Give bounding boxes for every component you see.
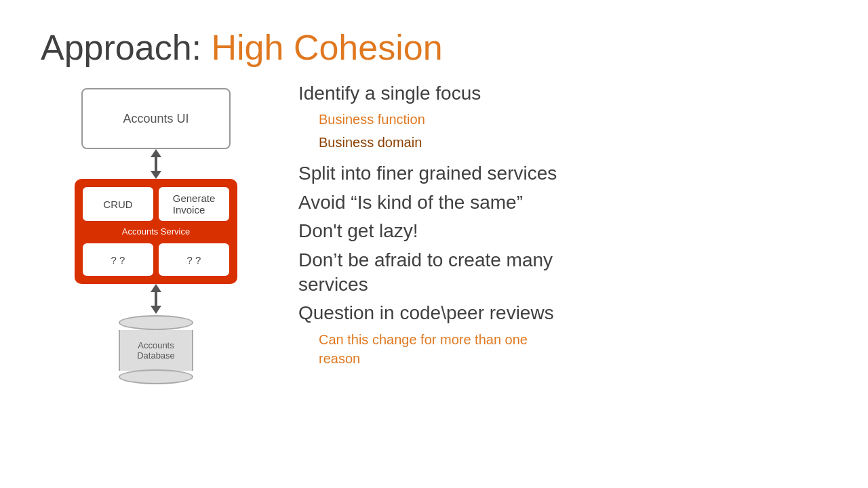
question-label-1: ? ? <box>111 254 125 266</box>
db-top <box>119 315 193 330</box>
arrow-head-up-1 <box>151 149 161 157</box>
bullet-can-change: Can this change for more than one reason <box>319 330 827 368</box>
generate-invoice-box: GenerateInvoice <box>159 187 229 221</box>
bullet-split: Split into finer grained services <box>298 161 827 186</box>
title-prefix: Approach: <box>41 28 212 67</box>
accounts-service-label: Accounts Service <box>83 226 229 238</box>
content-area: Accounts UI CRUD GenerateInvoice Account… <box>41 81 827 468</box>
database-shape: Accounts Database <box>119 315 193 384</box>
arrow-shaft-1 <box>155 157 157 171</box>
arrow-head-up-2 <box>151 284 161 292</box>
bullet-afraid-line2: services <box>298 274 368 295</box>
db-label-line1: Accounts <box>138 340 174 350</box>
question-box-1: ? ? <box>83 243 153 276</box>
bullet-afraid: Don’t be afraid to create many services <box>298 248 827 298</box>
arrow-head-down-1 <box>151 171 161 179</box>
question-box-2: ? ? <box>159 243 229 276</box>
accounts-ui-label: Accounts UI <box>123 112 189 126</box>
arrow-down-up-1 <box>151 149 161 179</box>
crud-box: CRUD <box>83 187 153 221</box>
generate-invoice-label: GenerateInvoice <box>173 192 216 216</box>
db-label-line2: Database <box>137 350 175 361</box>
arrow-head-down-2 <box>151 306 161 314</box>
bullet-can-change-line2: reason <box>319 351 360 366</box>
accounts-ui-box: Accounts UI <box>81 88 231 149</box>
db-bottom <box>119 369 193 384</box>
arrow-shaft-2 <box>155 292 157 306</box>
question-label-2: ? ? <box>187 254 201 266</box>
db-body: Accounts Database <box>119 330 193 371</box>
service-container: CRUD GenerateInvoice Accounts Service ? … <box>75 179 237 284</box>
arrow-down-up-2 <box>151 284 161 314</box>
slide-title: Approach: High Cohesion <box>41 27 827 68</box>
text-area: Identify a single focus Business functio… <box>298 81 827 468</box>
bullet-lazy: Don't get lazy! <box>298 219 827 243</box>
bullet-business-function: Business function <box>319 110 827 129</box>
bullet-identify: Identify a single focus <box>298 81 827 106</box>
title-accent: High Cohesion <box>212 28 443 67</box>
bullet-afraid-line1: Don’t be afraid to create many <box>298 249 553 270</box>
bullet-question: Question in code\peer reviews <box>298 301 827 325</box>
diagram-area: Accounts UI CRUD GenerateInvoice Account… <box>41 81 271 468</box>
bullet-can-change-line1: Can this change for more than one <box>319 332 528 347</box>
bullet-avoid: Avoid “Is kind of the same” <box>298 190 827 215</box>
slide: Approach: High Cohesion Accounts UI CRUD <box>0 0 868 488</box>
crud-label: CRUD <box>103 199 132 210</box>
bullet-business-domain: Business domain <box>319 133 827 152</box>
